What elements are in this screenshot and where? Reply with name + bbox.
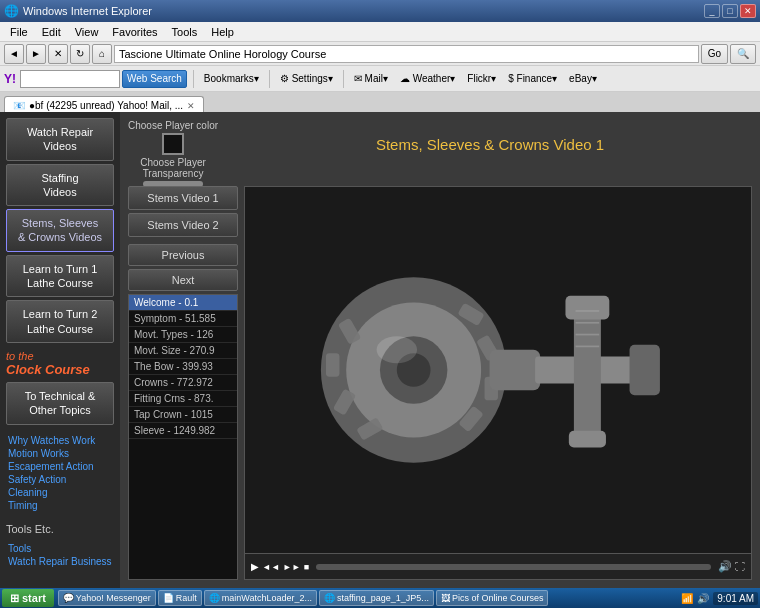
taskbar-mainwatchloader[interactable]: 🌐 mainWatchLoader_2... bbox=[204, 590, 317, 606]
taskbar-item-icon-3: 🌐 bbox=[324, 593, 335, 603]
menu-help[interactable]: Help bbox=[205, 24, 240, 40]
player-color-swatch[interactable] bbox=[162, 133, 184, 155]
flickr-button[interactable]: Flickr▾ bbox=[463, 71, 500, 86]
taskbar-item-icon-2: 🌐 bbox=[209, 593, 220, 603]
menu-tools[interactable]: Tools bbox=[166, 24, 204, 40]
chapter-item-0[interactable]: Welcome - 0.1 bbox=[129, 295, 237, 311]
chapter-item-3[interactable]: Movt. Size - 270.9 bbox=[129, 343, 237, 359]
safety-action-link[interactable]: Safety Action bbox=[6, 473, 114, 486]
progress-bar[interactable] bbox=[316, 564, 711, 570]
taskbar-item-icon-0: 💬 bbox=[63, 593, 74, 603]
chapter-item-2[interactable]: Movt. Types - 126 bbox=[129, 327, 237, 343]
search-input[interactable] bbox=[20, 70, 120, 88]
toolbar-row: Y! Web Search Bookmarks▾ ⚙ Settings▾ ✉ M… bbox=[0, 66, 760, 92]
windows-icon: ⊞ bbox=[10, 592, 19, 605]
previous-button[interactable]: Previous bbox=[128, 244, 238, 266]
playback-controls: ▶ ◄◄ ►► ■ 🔊 ⛶ bbox=[244, 554, 752, 580]
chapter-item-5[interactable]: Crowns - 772.972 bbox=[129, 375, 237, 391]
stop-button[interactable]: ✕ bbox=[48, 44, 68, 64]
timing-link[interactable]: Timing bbox=[6, 499, 114, 512]
rewind-button[interactable]: ◄◄ bbox=[262, 562, 280, 572]
home-button[interactable]: ⌂ bbox=[92, 44, 112, 64]
tab-label: ●bf (42295 unread) Yahoo! Mail, ... bbox=[29, 100, 183, 111]
taskbar-item-icon-4: 🖼 bbox=[441, 593, 450, 603]
chapter-item-4[interactable]: The Bow - 399.93 bbox=[129, 359, 237, 375]
expand-icon[interactable]: ⛶ bbox=[735, 561, 745, 572]
taskbar: ⊞ start 💬 Yahoo! Messenger 📄 Rault 🌐 mai… bbox=[0, 588, 760, 608]
learn-turn-1-button[interactable]: Learn to Turn 1 Lathe Course bbox=[6, 255, 114, 298]
title-bar-text: Windows Internet Explorer bbox=[23, 5, 152, 17]
technical-other-button[interactable]: To Technical & Other Topics bbox=[6, 382, 114, 425]
stems-video-1-button[interactable]: Stems Video 1 bbox=[128, 186, 238, 210]
finance-button[interactable]: $ Finance▾ bbox=[504, 71, 561, 86]
bookmarks-button[interactable]: Bookmarks▾ bbox=[200, 71, 263, 86]
toolbar-sep-2 bbox=[269, 70, 270, 88]
taskbar-rault[interactable]: 📄 Rault bbox=[158, 590, 202, 606]
clock-course-label: Clock Course bbox=[6, 362, 114, 377]
toolbar-sep-1 bbox=[193, 70, 194, 88]
back-button[interactable]: ◄ bbox=[4, 44, 24, 64]
transparency-label: Choose Player Transparency bbox=[140, 157, 206, 179]
web-search-button[interactable]: Web Search bbox=[122, 70, 187, 88]
go-button[interactable]: Go bbox=[701, 44, 728, 64]
learn-turn-2-button[interactable]: Learn to Turn 2 Lathe Course bbox=[6, 300, 114, 343]
search-button[interactable]: 🔍 bbox=[730, 44, 756, 64]
video-frame bbox=[244, 186, 752, 554]
svg-rect-4 bbox=[326, 353, 339, 377]
watch-repair-business-link[interactable]: Watch Repair Business bbox=[6, 555, 114, 568]
ebay-button[interactable]: eBay▾ bbox=[565, 71, 601, 86]
taskbar-time: 9:01 AM bbox=[713, 592, 758, 605]
title-bar-buttons: _ □ ✕ bbox=[704, 4, 756, 18]
close-button[interactable]: ✕ bbox=[740, 4, 756, 18]
watch-repair-videos-button[interactable]: Watch Repair Videos bbox=[6, 118, 114, 161]
staffing-videos-button[interactable]: Staffing Videos bbox=[6, 164, 114, 207]
taskbar-item-label-3: staffing_page_1_JP5... bbox=[337, 593, 429, 603]
clock-prefix-label: to the bbox=[6, 350, 114, 362]
chapter-item-1[interactable]: Symptom - 51.585 bbox=[129, 311, 237, 327]
start-label: start bbox=[22, 592, 46, 604]
taskbar-pics-online[interactable]: 🖼 Pics of Online Courses bbox=[436, 590, 549, 606]
left-sidebar: Watch Repair Videos Staffing Videos Stem… bbox=[0, 112, 120, 588]
chapter-list: Welcome - 0.1 Symptom - 51.585 Movt. Typ… bbox=[128, 294, 238, 580]
tools-link[interactable]: Tools bbox=[6, 542, 114, 555]
chapter-item-8[interactable]: Sleeve - 1249.982 bbox=[129, 423, 237, 439]
taskbar-item-label-1: Rault bbox=[176, 593, 197, 603]
chapter-item-7[interactable]: Tap Crown - 1015 bbox=[129, 407, 237, 423]
menu-edit[interactable]: Edit bbox=[36, 24, 67, 40]
address-input[interactable] bbox=[114, 45, 699, 63]
taskbar-yahoo-messenger[interactable]: 💬 Yahoo! Messenger bbox=[58, 590, 156, 606]
settings-button[interactable]: ⚙ Settings▾ bbox=[276, 71, 337, 86]
svg-rect-17 bbox=[565, 296, 609, 320]
menu-view[interactable]: View bbox=[69, 24, 105, 40]
refresh-button[interactable]: ↻ bbox=[70, 44, 90, 64]
chapter-item-6[interactable]: Fitting Crns - 873. bbox=[129, 391, 237, 407]
weather-button[interactable]: ☁ Weather▾ bbox=[396, 71, 459, 86]
minimize-button[interactable]: _ bbox=[704, 4, 720, 18]
maximize-button[interactable]: □ bbox=[722, 4, 738, 18]
player-panel: ▶ ◄◄ ►► ■ 🔊 ⛶ bbox=[244, 186, 752, 580]
cleaning-link[interactable]: Cleaning bbox=[6, 486, 114, 499]
tab-favicon: 📧 bbox=[13, 100, 25, 111]
links-section: Why Watches Work Motion Works Escapement… bbox=[6, 434, 114, 512]
volume-icon[interactable]: 🔊 bbox=[718, 560, 732, 573]
why-watches-work-link[interactable]: Why Watches Work bbox=[6, 434, 114, 447]
stop-button-playback[interactable]: ■ bbox=[304, 562, 309, 572]
yahoo-icon: Y! bbox=[4, 72, 16, 86]
mail-button[interactable]: ✉ Mail▾ bbox=[350, 71, 392, 86]
menu-file[interactable]: File bbox=[4, 24, 34, 40]
stems-video-2-button[interactable]: Stems Video 2 bbox=[128, 213, 238, 237]
tab-close-button[interactable]: ✕ bbox=[187, 101, 195, 111]
fastforward-button[interactable]: ►► bbox=[283, 562, 301, 572]
clock-course-section: to the Clock Course bbox=[6, 350, 114, 377]
motion-works-link[interactable]: Motion Works bbox=[6, 447, 114, 460]
taskbar-staffing-page[interactable]: 🌐 staffing_page_1_JP5... bbox=[319, 590, 434, 606]
forward-button[interactable]: ► bbox=[26, 44, 46, 64]
next-button[interactable]: Next bbox=[128, 269, 238, 291]
stems-sleeves-crowns-button[interactable]: Stems, Sleeves & Crowns Videos bbox=[6, 209, 114, 252]
svg-point-23 bbox=[377, 336, 417, 363]
escapement-action-link[interactable]: Escapement Action bbox=[6, 460, 114, 473]
play-button[interactable]: ▶ bbox=[251, 561, 259, 572]
taskbar-right: 📶 🔊 9:01 AM bbox=[681, 592, 758, 605]
menu-favorites[interactable]: Favorites bbox=[106, 24, 163, 40]
start-button[interactable]: ⊞ start bbox=[2, 589, 54, 607]
